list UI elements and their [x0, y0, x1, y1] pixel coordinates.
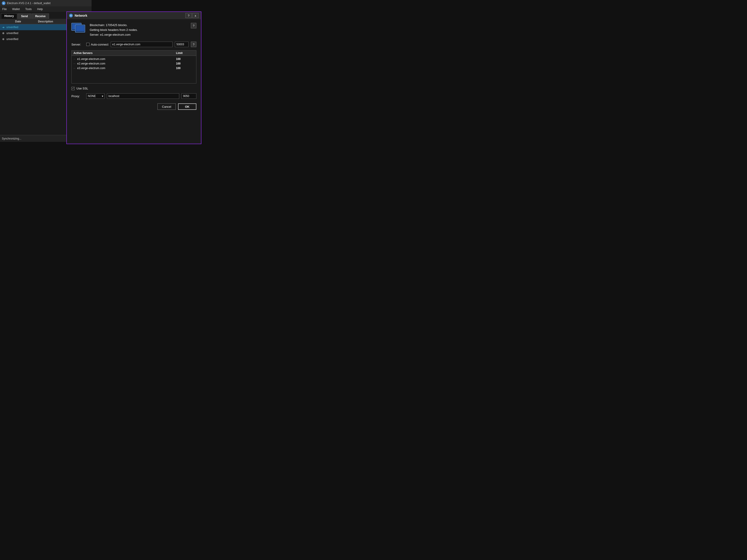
blockchain-line1: Blockchain: 1705425 blocks. [90, 23, 138, 28]
server-help-button[interactable]: ? [191, 42, 196, 47]
server-limit-1: 100 [176, 57, 194, 61]
ssl-checkbox[interactable] [71, 87, 75, 90]
dialog-buttons: Cancel OK [71, 103, 196, 110]
blockchain-line2: Getting block headers from 2 nodes. [90, 28, 138, 32]
server-row-item[interactable]: ··· e2.verge-electrum.com 100 [72, 61, 196, 66]
ssl-label: Use SSL [76, 87, 88, 90]
dialog-title-buttons: ? x [185, 13, 199, 18]
server-label: Server: [71, 43, 84, 46]
autoconnect-checkbox[interactable] [86, 43, 89, 46]
ok-button[interactable]: OK [178, 103, 196, 110]
server-limit-2: 100 [176, 62, 194, 65]
title-bar: ● Electrum-XVG 2.4.1 - default_wallet [0, 0, 92, 6]
dialog-title-bar: ● Network ? x [67, 12, 201, 19]
servers-col-name: Active Servers [74, 51, 176, 55]
network-icon [71, 23, 86, 35]
status-text: Synchronizing... [2, 137, 21, 140]
autoconnect-area: Auto-connect [86, 43, 108, 46]
server-dot: ··· [74, 58, 75, 60]
blockchain-info: Blockchain: 1705425 blocks. Getting bloc… [71, 23, 196, 37]
proxy-row: Proxy: NONE SOCKS4 SOCKS5 HTTP ▼ [71, 93, 196, 99]
server-row-item[interactable]: ··· e1.verge-electrum.com 100 [72, 57, 196, 61]
row-text-1: unverified [6, 26, 18, 29]
cancel-button[interactable]: Cancel [157, 103, 176, 110]
dialog-body: Blockchain: 1705425 blocks. Getting bloc… [67, 19, 201, 113]
app-icon: ● [2, 1, 5, 5]
server-port-input[interactable] [175, 42, 188, 47]
dialog-title-left: ● Network [69, 14, 87, 18]
blockchain-line3: Server: e1.verge-electrum.com [90, 32, 138, 37]
col-date: Date [14, 20, 36, 23]
active-servers-table: Active Servers Limit ··· e1.verge-electr… [71, 50, 196, 83]
dialog-close-button[interactable]: x [192, 13, 199, 18]
servers-col-limit: Limit [176, 51, 194, 55]
menu-tools[interactable]: Tools [24, 7, 33, 11]
proxy-host-input[interactable] [107, 93, 179, 99]
autoconnect-label: Auto-connect [91, 43, 108, 46]
server-limit-3: 100 [176, 66, 194, 70]
menu-file[interactable]: File [1, 7, 8, 11]
row-icon-snowflake: ❄ [1, 31, 5, 35]
proxy-select-wrap: NONE SOCKS4 SOCKS5 HTTP ▼ [86, 93, 105, 99]
server-dot: ··· [74, 67, 75, 70]
dialog-title: Network [75, 14, 87, 18]
monitor-screen-2 [76, 26, 84, 31]
app-title: Electrum-XVG 2.4.1 - default_wallet [7, 2, 51, 5]
servers-table-header: Active Servers Limit [72, 51, 196, 56]
server-dot: ··· [74, 62, 75, 65]
monitor-2 [75, 25, 85, 32]
server-name-1: e1.verge-electrum.com [77, 57, 175, 61]
proxy-port-input[interactable] [181, 93, 196, 99]
dialog-icon: ● [69, 14, 73, 18]
server-name-2: e2.verge-electrum.com [77, 62, 175, 65]
row-text-3: unverified [6, 37, 18, 41]
ssl-row: Use SSL [71, 87, 196, 90]
menu-help[interactable]: Help [36, 7, 44, 11]
row-text-2: unverified [6, 32, 18, 35]
dialog-help-button[interactable]: ? [185, 13, 192, 18]
servers-table-body: ··· e1.verge-electrum.com 100 ··· e2.ver… [72, 56, 196, 83]
server-input[interactable] [111, 42, 173, 47]
network-dialog: ● Network ? x Blockchain: 1705425 blocks… [67, 11, 201, 144]
menu-wallet[interactable]: Wallet [11, 7, 21, 11]
proxy-label: Proxy: [71, 95, 84, 98]
server-name-3: e3.verge-electrum.com [77, 66, 175, 70]
tab-history[interactable]: History [1, 13, 17, 19]
proxy-type-select[interactable]: NONE SOCKS4 SOCKS5 HTTP [86, 93, 105, 99]
server-row-item[interactable]: ··· e3.verge-electrum.com 100 [72, 66, 196, 71]
blockchain-text: Blockchain: 1705425 blocks. Getting bloc… [90, 23, 138, 37]
row-icon-arrow: ➜ [1, 25, 5, 29]
blockchain-help-button[interactable]: ? [191, 23, 196, 28]
menu-bar: File Wallet Tools Help [0, 6, 92, 12]
server-row: Server: Auto-connect ? [71, 42, 196, 47]
tab-receive[interactable]: Receive [32, 14, 49, 19]
tab-send[interactable]: Send [18, 14, 31, 19]
row-icon-snowflake: ❄ [1, 37, 5, 41]
